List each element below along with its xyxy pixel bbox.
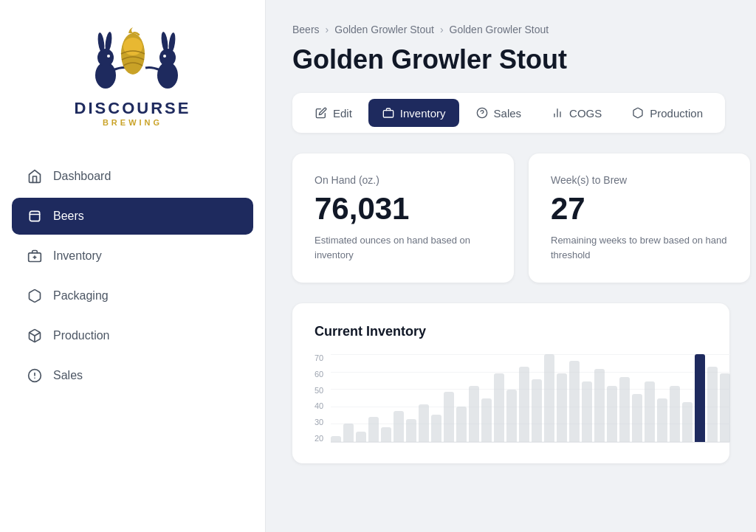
chart-bar xyxy=(394,411,404,443)
breadcrumb-current: Golden Growler Stout xyxy=(450,24,549,35)
svg-point-4 xyxy=(107,55,110,58)
sidebar-item-sales[interactable]: Sales xyxy=(12,357,253,394)
chart-bar xyxy=(594,369,605,442)
sidebar-item-production[interactable]: Production xyxy=(12,317,253,354)
sidebar-label-inventory: Inventory xyxy=(53,249,102,263)
inventory-icon xyxy=(27,248,43,264)
y-axis: 706050403020 xyxy=(315,354,329,443)
sidebar-item-inventory[interactable]: Inventory xyxy=(12,238,253,274)
chart-bar xyxy=(532,379,542,442)
stat-on-hand-value: 76,031 xyxy=(315,193,492,224)
sidebar-label-beers: Beers xyxy=(53,210,84,223)
logo-text: DISCOURSE BREWING xyxy=(75,99,191,127)
chart-bar xyxy=(356,432,366,442)
chart-bar xyxy=(431,415,441,442)
y-axis-label: 40 xyxy=(315,402,323,410)
svg-point-11 xyxy=(123,38,142,55)
chart-bar xyxy=(557,373,567,443)
chart-gridline xyxy=(331,372,730,373)
edit-icon xyxy=(315,106,328,120)
chart-bar xyxy=(607,386,617,443)
sidebar-label-sales: Sales xyxy=(53,369,83,382)
sidebar-item-packaging[interactable]: Packaging xyxy=(12,277,253,314)
stat-weeks-value: 27 xyxy=(551,193,728,224)
stat-on-hand-label: On Hand (oz.) xyxy=(315,174,492,186)
y-axis-label: 50 xyxy=(315,387,323,395)
chart-bar xyxy=(569,361,580,443)
breadcrumb-sep-2: › xyxy=(440,24,444,35)
chart-bars xyxy=(331,354,730,443)
sidebar-label-dashboard: Dashboard xyxy=(53,170,111,183)
chart-bar xyxy=(670,386,680,443)
logo-area: DISCOURSE BREWING xyxy=(74,15,192,134)
tab-inventory-label: Inventory xyxy=(400,107,446,120)
sidebar-label-production: Production xyxy=(53,329,110,342)
tab-sales[interactable]: Sales xyxy=(462,99,535,127)
chart-bar xyxy=(444,392,454,442)
tab-cogs[interactable]: COGS xyxy=(537,99,615,127)
stat-weeks-desc: Remaining weeks to brew based on hand th… xyxy=(551,233,728,262)
production-tab-icon xyxy=(631,106,645,120)
chart-area: 706050403020 xyxy=(315,354,707,443)
sidebar-label-packaging: Packaging xyxy=(53,289,109,303)
sidebar-item-beers[interactable]: Beers xyxy=(12,198,253,235)
logo-svg xyxy=(78,26,188,92)
chart-bar xyxy=(720,373,730,443)
chart-bar xyxy=(657,398,667,443)
nav: Dashboard Beers Inventory xyxy=(0,158,265,397)
chart-bar xyxy=(645,381,655,442)
breadcrumb-beer-name[interactable]: Golden Growler Stout xyxy=(334,24,434,35)
chart-bar xyxy=(343,424,354,443)
main-content: Beers › Golden Growler Stout › Golden Gr… xyxy=(266,0,756,532)
tab-inventory[interactable]: Inventory xyxy=(368,99,459,127)
chart-bar xyxy=(695,354,705,442)
production-icon xyxy=(27,328,43,344)
chart-bar xyxy=(494,373,504,443)
chart-bar xyxy=(481,398,492,443)
breadcrumb-beers[interactable]: Beers xyxy=(292,24,320,35)
svg-rect-21 xyxy=(383,111,393,117)
svg-rect-12 xyxy=(30,211,39,221)
breadcrumb-sep-1: › xyxy=(326,24,329,35)
chart-bar xyxy=(419,404,429,442)
packaging-icon xyxy=(27,288,43,304)
svg-point-9 xyxy=(163,55,166,58)
breadcrumb: Beers › Golden Growler Stout › Golden Gr… xyxy=(292,24,729,35)
chart-bar xyxy=(406,419,416,442)
svg-point-1 xyxy=(97,49,114,66)
cogs-tab-icon xyxy=(551,106,564,120)
tabs-bar: Edit Inventory Sales xyxy=(292,93,725,133)
y-axis-label: 20 xyxy=(315,435,323,443)
svg-point-6 xyxy=(159,49,176,66)
chart-bar xyxy=(582,381,592,442)
tab-cogs-label: COGS xyxy=(569,107,602,120)
tab-edit[interactable]: Edit xyxy=(301,99,365,127)
stat-weeks-label: Week(s) to Brew xyxy=(551,174,728,186)
stat-card-on-hand: On Hand (oz.) 76,031 Estimated ounces on… xyxy=(292,153,514,283)
home-icon xyxy=(27,168,43,184)
tab-edit-label: Edit xyxy=(333,107,352,120)
stat-card-weeks: Week(s) to Brew 27 Remaining weeks to br… xyxy=(529,153,750,283)
inventory-tab-icon xyxy=(382,106,395,120)
chart-bar xyxy=(456,407,467,442)
chart-card: Current Inventory 706050403020 xyxy=(292,303,729,463)
chart-bar xyxy=(519,367,529,442)
y-axis-label: 30 xyxy=(315,418,323,426)
y-axis-label: 70 xyxy=(315,354,323,362)
stat-on-hand-desc: Estimated ounces on hand based on invent… xyxy=(315,233,492,262)
chart-bar xyxy=(544,354,554,442)
y-axis-label: 60 xyxy=(315,370,323,379)
chart-bar xyxy=(506,390,517,442)
chart-bar xyxy=(682,402,693,442)
tab-sales-label: Sales xyxy=(494,107,522,120)
sales-icon xyxy=(27,367,43,384)
chart-bar xyxy=(368,417,379,442)
sidebar: DISCOURSE BREWING Dashboard Beers xyxy=(0,0,266,532)
chart-bar xyxy=(381,427,391,442)
chart-gridline xyxy=(331,354,730,355)
sidebar-item-dashboard[interactable]: Dashboard xyxy=(12,158,253,195)
beers-icon xyxy=(27,208,43,224)
stats-cards: On Hand (oz.) 76,031 Estimated ounces on… xyxy=(292,153,729,283)
tab-production[interactable]: Production xyxy=(618,99,716,127)
logo-graphic xyxy=(74,22,192,96)
